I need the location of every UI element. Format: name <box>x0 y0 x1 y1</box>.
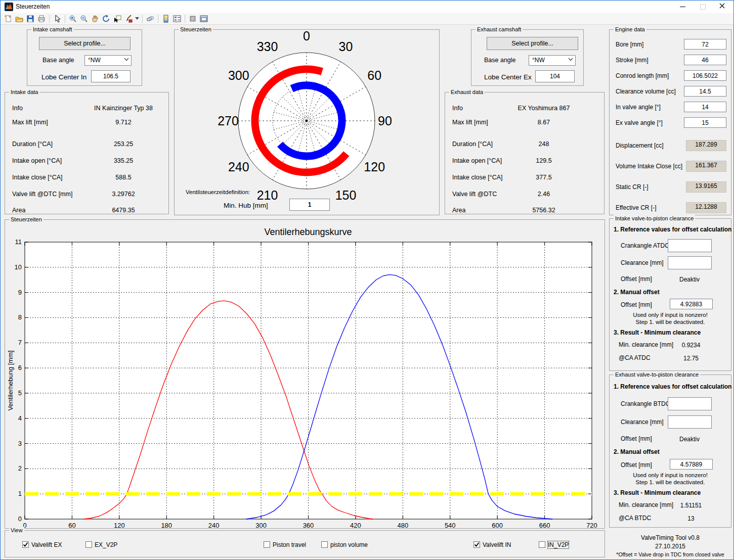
close-button[interactable] <box>713 1 730 13</box>
edit-plot-icon[interactable] <box>52 14 63 24</box>
brush-dropdown-icon[interactable] <box>134 14 140 24</box>
svg-text:Ventilerhebungskurve: Ventilerhebungskurve <box>264 227 352 237</box>
checkbox-label[interactable]: Valvelift EX <box>31 541 62 548</box>
exhaust-crankangle-input[interactable] <box>668 397 712 410</box>
exhaust-lobe-center-input[interactable] <box>535 70 575 82</box>
intake-crankangle-input[interactable] <box>668 239 712 252</box>
data-cursor-icon[interactable] <box>112 14 123 24</box>
svg-text:240: 240 <box>228 160 249 174</box>
intake-offset-label: Offset [mm] <box>621 275 652 283</box>
engine-input-label: In valve angle [°] <box>616 104 661 111</box>
matlab-icon <box>5 3 13 11</box>
data-row-label: Area <box>452 207 465 214</box>
engine-input-in[interactable] <box>684 102 726 112</box>
checkbox-box[interactable] <box>539 541 545 548</box>
valve-lift-chart: 0601201802403003604204805406006607200123… <box>5 220 605 529</box>
insert-colorbar-icon[interactable] <box>160 14 171 24</box>
checkbox-label[interactable]: IN_V2P <box>548 541 569 548</box>
svg-text:720: 720 <box>586 522 597 529</box>
intake-base-angle-select[interactable]: °NW <box>84 55 132 66</box>
exhaust-data-title: Exhaust data <box>449 88 485 96</box>
intake-clearance-input[interactable] <box>668 256 712 269</box>
data-row-label: Max lift [mm] <box>12 119 48 126</box>
rotate-3d-icon[interactable] <box>101 14 112 24</box>
intake-ca-label: @CA ATDC <box>619 354 651 361</box>
checkbox-label[interactable]: EX_V2P <box>95 541 117 548</box>
show-plot-tools-dock-icon[interactable] <box>198 14 209 24</box>
view-panel: View Valvelift EXEX_V2PPiston travelpist… <box>5 530 605 557</box>
data-row: Valve lift @DTC2.46 <box>452 191 602 199</box>
min-hub-input[interactable] <box>289 199 330 211</box>
exhaust-min-clearance-value: 1.51151 <box>671 502 711 509</box>
chevron-down-icon <box>124 58 129 61</box>
exhaust-manual-offset-label: Offset [mm] <box>621 461 652 469</box>
engine-input-stroke[interactable] <box>684 55 726 65</box>
print-figure-icon[interactable] <box>36 14 47 24</box>
exhaust-base-angle-select[interactable]: °NW <box>529 55 576 66</box>
intake-select-profile-button[interactable]: Select profile... <box>39 37 131 50</box>
checkbox-label[interactable]: Piston travel <box>273 541 306 548</box>
exhaust-clearance-label: Clearance [mm] <box>621 418 664 426</box>
brush-icon[interactable] <box>123 14 134 24</box>
checkbox-box[interactable] <box>85 541 92 548</box>
exhaust-base-angle-value: °NW <box>532 57 545 64</box>
checkbox-box[interactable] <box>321 541 328 548</box>
svg-text:300: 300 <box>255 522 267 529</box>
engine-input-bore[interactable] <box>684 39 726 50</box>
intake-data-panel: Intake data InfoIN Kainzinger Typ 38Max … <box>5 92 169 214</box>
engine-output-label: Static CR [-] <box>616 183 649 191</box>
intake-lobe-center-input[interactable] <box>91 70 131 82</box>
pan-icon[interactable] <box>90 14 101 24</box>
data-row: Max lift [mm]9.712 <box>12 119 166 127</box>
svg-text:60: 60 <box>68 522 75 529</box>
new-figure-icon[interactable] <box>3 14 14 24</box>
data-row-label: Intake close [°CA] <box>452 174 503 181</box>
client-area: Intake camshaft Select profile... Base a… <box>1 24 733 559</box>
insert-legend-icon[interactable] <box>171 14 183 24</box>
save-figure-icon[interactable] <box>25 14 36 24</box>
link-plot-icon[interactable] <box>145 14 156 24</box>
data-row-value: 6479.35 <box>85 207 161 214</box>
exhaust-crankangle-label: Crankangle BTDC <box>621 400 670 407</box>
view-panel-title: View <box>9 527 24 534</box>
hide-plot-tools-icon[interactable] <box>187 14 198 24</box>
checkbox-box[interactable] <box>22 541 29 548</box>
intake-clearance-label: Clearance [mm] <box>621 259 664 266</box>
engine-input-conrod[interactable] <box>684 70 726 81</box>
intake-v2p-title: Intake valve-to-piston clearance <box>614 215 695 222</box>
zoom-in-icon[interactable] <box>67 14 78 24</box>
data-row: Intake open [°CA]335.25 <box>12 157 166 166</box>
exhaust-manual-offset-input[interactable] <box>670 459 713 470</box>
exhaust-offset-label: Offset [mm] <box>621 435 652 442</box>
svg-text:9: 9 <box>18 289 22 296</box>
svg-text:2: 2 <box>18 464 22 472</box>
checkbox-box[interactable] <box>264 541 270 548</box>
svg-text:270: 270 <box>218 114 239 128</box>
svg-text:120: 120 <box>364 160 385 174</box>
svg-text:3: 3 <box>18 440 22 447</box>
maximize-button[interactable] <box>694 1 711 13</box>
exhaust-clearance-input[interactable] <box>668 415 712 429</box>
intake-manual-offset-input[interactable] <box>670 299 713 309</box>
exhaust-v2p-note2: Step 1. will be deactivated. <box>610 479 731 485</box>
zoom-out-icon[interactable] <box>78 14 90 24</box>
data-row: Intake close [°CA]377.5 <box>452 174 602 182</box>
exhaust-min-clearance-label: Min. clearance [mm] <box>619 501 673 508</box>
data-row: Duration [°CA]248 <box>452 141 602 149</box>
app-date: 27.10.2015 <box>609 542 731 551</box>
engine-input-clearance[interactable] <box>684 86 726 97</box>
checkbox-label[interactable]: piston volume <box>330 541 368 548</box>
intake-camshaft-panel: Intake camshaft Select profile... Base a… <box>27 29 142 86</box>
engine-input-ex[interactable] <box>684 117 726 128</box>
svg-text:150: 150 <box>335 188 357 202</box>
data-row-value: 3.29762 <box>85 191 161 198</box>
timing-definition-label: Ventilsteuerzeitdefinition: <box>186 189 250 195</box>
checkbox-box[interactable] <box>473 541 480 548</box>
exhaust-v2p-section1: 1. Reference values for offset calculati… <box>614 383 731 390</box>
checkbox-label[interactable]: Valvelift IN <box>483 541 511 548</box>
svg-text:120: 120 <box>114 522 125 529</box>
minimize-button[interactable] <box>674 1 691 13</box>
exhaust-select-profile-button[interactable]: Select profile... <box>487 37 578 50</box>
intake-camshaft-title: Intake camshaft <box>31 26 74 33</box>
open-file-icon[interactable] <box>14 14 25 24</box>
